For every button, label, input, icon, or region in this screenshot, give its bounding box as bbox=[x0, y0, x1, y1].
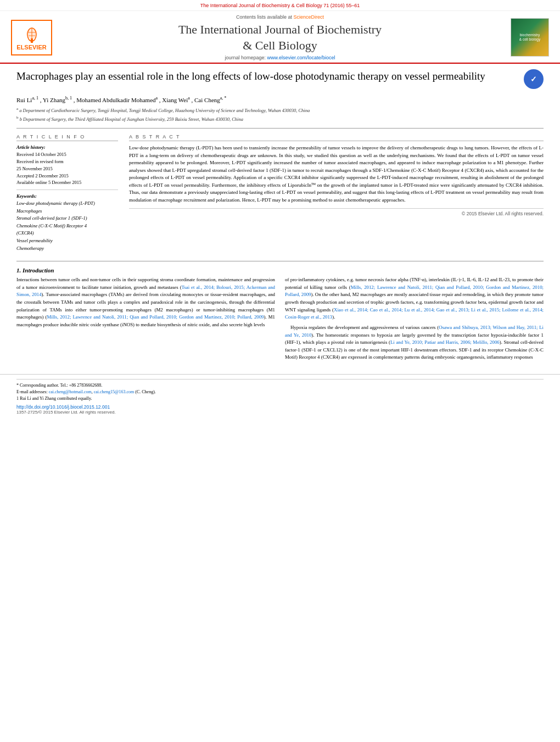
crossmark-svg: ✓ bbox=[525, 70, 542, 88]
intro-para3: Hypoxia regulates the development and ag… bbox=[285, 324, 544, 361]
abstract-column: A B S T R A C T Low-dose photodynamic th… bbox=[129, 134, 544, 255]
email2-link[interactable]: cai.cheng15@163.com bbox=[94, 389, 135, 394]
abstract-text: Low-dose photodynamic therapy (L-PDT) ha… bbox=[129, 144, 544, 204]
journal-title: The International Journal of Biochemistr… bbox=[55, 22, 505, 53]
kw7: Chemotherapy bbox=[16, 245, 118, 253]
and-word: and bbox=[490, 277, 497, 282]
kw5: (CXCR4) bbox=[16, 230, 118, 237]
article-title-section: Macrophages play an essential role in th… bbox=[16, 69, 544, 91]
article-info-column: A R T I C L E I N F O Article history: R… bbox=[16, 134, 118, 255]
main-content: Macrophages play an essential role in th… bbox=[0, 64, 560, 370]
doi-line[interactable]: http://dx.doi.org/10.1016/j.biocel.2015.… bbox=[16, 404, 544, 410]
divider-after-affiliations bbox=[16, 128, 544, 129]
journal-homepage: journal homepage: www.elsevier.com/locat… bbox=[55, 55, 505, 60]
footnotes: * Corresponding author. Tel.: +86 278366… bbox=[16, 382, 544, 402]
accepted-date: Accepted 2 December 2015 bbox=[16, 172, 118, 180]
article-title: Macrophages play an essential role in th… bbox=[16, 69, 516, 83]
revised-date: 25 November 2015 bbox=[16, 165, 118, 172]
received-date: Received 14 October 2015 bbox=[16, 151, 118, 158]
footer-divider bbox=[16, 379, 544, 380]
article-info-header: A R T I C L E I N F O bbox=[16, 134, 118, 141]
intro-title: 1. Introduction bbox=[16, 267, 544, 274]
affiliations: a a Department of Cardiothoracic Surgery… bbox=[16, 107, 544, 122]
journal-header: ELSEVIER Contents lists available at Sci… bbox=[0, 11, 560, 64]
issn-line: 1357-2725/© 2015 Elsevier Ltd. All right… bbox=[16, 410, 544, 415]
intro-body-columns: Interactions between tumor cells and non… bbox=[16, 276, 544, 364]
intro-col-right: of pro-inflammatory cytokines, e.g. tumo… bbox=[285, 276, 544, 364]
sciencedirect-link: Contents lists available at ScienceDirec… bbox=[55, 14, 505, 20]
journal-logo-box: biochemistry& cell biology bbox=[511, 18, 549, 57]
authors-line: Rui Lia, 1 , Yi Zhangb, 1 , Mohamed Abdu… bbox=[16, 96, 544, 103]
crossmark-icon[interactable]: ✓ bbox=[524, 69, 544, 89]
keywords-label: Keywords: bbox=[16, 193, 118, 199]
kw1: Low-dose photodynamic therapy (L-PDT) bbox=[16, 200, 118, 208]
abstract-header: A B S T R A C T bbox=[129, 134, 544, 141]
page-container: The International Journal of Biochemistr… bbox=[0, 0, 560, 742]
contributed-equally: 1 Rui Li and Yi Zhang contributed equall… bbox=[16, 395, 544, 402]
article-history: Article history: Received 14 October 201… bbox=[16, 144, 118, 186]
crossmark-badge[interactable]: ✓ bbox=[524, 69, 544, 89]
intro-para1: Interactions between tumor cells and non… bbox=[16, 276, 275, 328]
email1-link[interactable]: cai.cheng@hotmail.com bbox=[49, 389, 92, 394]
info-abstract-section: A R T I C L E I N F O Article history: R… bbox=[16, 134, 544, 255]
intro-col-left: Interactions between tumor cells and non… bbox=[16, 276, 275, 364]
email-addresses: E-mail addresses: cai.cheng@hotmail.com,… bbox=[16, 389, 544, 395]
intro-para2: of pro-inflammatory cytokines, e.g. tumo… bbox=[285, 276, 544, 321]
keywords-list: Low-dose photodynamic therapy (L-PDT) Ma… bbox=[16, 200, 118, 252]
journal-logo-right: biochemistry& cell biology bbox=[505, 18, 549, 57]
keywords-section: Keywords: Low-dose photodynamic therapy … bbox=[16, 193, 118, 252]
elsevier-logo: ELSEVIER bbox=[11, 20, 55, 55]
introduction-section: 1. Introduction Interactions between tum… bbox=[16, 267, 544, 364]
divider-body bbox=[16, 261, 544, 261]
kw3: Stromal cell-derived factor 1 (SDF-1) bbox=[16, 215, 118, 222]
journal-volume-ref: The International Journal of Biochemistr… bbox=[200, 3, 360, 8]
history-label: Article history: bbox=[16, 144, 118, 150]
divider-keywords bbox=[16, 189, 118, 190]
revised-label: Received in revised form bbox=[16, 158, 118, 165]
kw6: Vessel permeability bbox=[16, 237, 118, 245]
elsevier-wordmark: ELSEVIER bbox=[16, 44, 46, 51]
kw4: Chemokine (C-X-C Motif) Receptor 4 bbox=[16, 222, 118, 230]
elsevier-tree-icon bbox=[21, 25, 43, 44]
copyright-line: © 2015 Elsevier Ltd. All rights reserved… bbox=[129, 208, 544, 216]
svg-text:✓: ✓ bbox=[530, 75, 537, 83]
article-footer: * Corresponding author. Tel.: +86 278366… bbox=[0, 374, 560, 419]
available-date: Available online 5 December 2015 bbox=[16, 179, 118, 186]
kw2: Macrophages bbox=[16, 208, 118, 215]
journal-header-center: Contents lists available at ScienceDirec… bbox=[55, 14, 505, 60]
corresponding-author: * Corresponding author. Tel.: +86 278366… bbox=[16, 382, 544, 389]
